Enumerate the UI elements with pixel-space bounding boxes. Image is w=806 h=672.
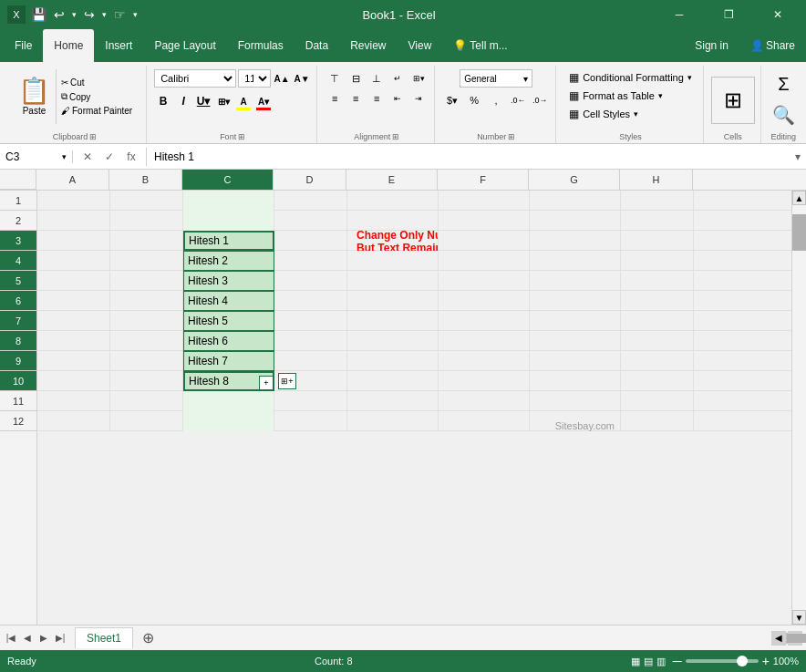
cell-B12[interactable] <box>110 411 183 431</box>
cell-A5[interactable] <box>37 271 110 291</box>
zoom-in-btn[interactable]: + <box>762 654 770 668</box>
autofill-handle[interactable]: + <box>259 376 274 390</box>
cell-F1[interactable] <box>439 191 530 211</box>
cell-D4[interactable] <box>274 251 347 271</box>
save-btn[interactable]: 💾 <box>29 5 48 24</box>
cells-icon-btn[interactable]: ⊞ <box>711 77 755 124</box>
decrease-indent-btn[interactable]: ⇤ <box>388 89 408 108</box>
cell-E6[interactable] <box>347 291 439 311</box>
row-header-2[interactable]: 2 <box>0 211 36 231</box>
redo-dropdown[interactable]: ▾ <box>100 8 108 21</box>
copy-button[interactable]: ⧉Copy <box>58 90 135 103</box>
tab-tell-me[interactable]: 💡 Tell m... <box>442 29 518 62</box>
cell-C3[interactable]: Hitesh 1 <box>183 231 274 251</box>
page-break-view-btn[interactable]: ▥ <box>656 656 666 667</box>
cell-A3[interactable] <box>37 231 110 251</box>
cell-D10[interactable]: ⊞+ <box>274 371 347 391</box>
cell-C12[interactable] <box>183 411 274 431</box>
cell-G3[interactable] <box>530 231 621 251</box>
col-header-F[interactable]: F <box>438 170 529 190</box>
scroll-track[interactable] <box>792 205 806 610</box>
cell-H11[interactable] <box>621 391 694 411</box>
row-header-7[interactable]: 7 <box>0 311 36 331</box>
comma-btn[interactable]: , <box>486 91 506 109</box>
sheet-nav-prev[interactable]: ◀ <box>20 631 35 646</box>
cell-C6[interactable]: Hitesh 4 <box>183 291 274 311</box>
border-button[interactable]: ⊞▾ <box>214 92 232 110</box>
col-header-E[interactable]: E <box>346 170 438 190</box>
cell-E8[interactable] <box>347 331 439 351</box>
increase-indent-btn[interactable]: ⇥ <box>408 89 429 108</box>
select-all-btn[interactable] <box>0 170 36 190</box>
formula-cancel-btn[interactable]: ✕ <box>78 148 97 166</box>
cell-E4[interactable] <box>347 251 439 271</box>
insert-function-btn[interactable]: fx <box>122 148 140 166</box>
normal-view-btn[interactable]: ▦ <box>631 656 640 667</box>
cell-D1[interactable] <box>274 191 347 211</box>
vertical-scrollbar[interactable]: ▲ ▼ <box>791 191 806 625</box>
cell-D9[interactable] <box>274 351 347 371</box>
cell-D11[interactable] <box>274 391 347 411</box>
cell-H10[interactable] <box>621 371 694 391</box>
cell-F4[interactable] <box>439 251 530 271</box>
cell-H12[interactable] <box>621 411 694 431</box>
cell-F3[interactable] <box>439 231 530 251</box>
align-center-btn[interactable]: ≡ <box>346 89 366 108</box>
merge-btn[interactable]: ⊞▾ <box>408 69 429 88</box>
cell-E3[interactable]: ⬅ Change Only Number But Text Remain Sam… <box>347 231 439 251</box>
tab-view[interactable]: View <box>398 29 443 62</box>
row-header-12[interactable]: 12 <box>0 411 36 431</box>
row-header-3[interactable]: 3 <box>0 231 36 251</box>
cell-B4[interactable] <box>110 251 183 271</box>
cell-H7[interactable] <box>621 311 694 331</box>
fill-color-button[interactable]: A <box>234 92 253 110</box>
currency-btn[interactable]: $▾ <box>442 91 462 109</box>
h-scroll-left-btn[interactable]: ◀ <box>771 631 786 646</box>
decrease-font-btn[interactable]: A▼ <box>293 69 311 88</box>
cell-B2[interactable] <box>110 211 183 231</box>
italic-button[interactable]: I <box>174 92 192 110</box>
col-header-C[interactable]: C <box>182 170 274 190</box>
cell-G11[interactable] <box>530 391 621 411</box>
font-color-button[interactable]: A▾ <box>254 92 273 110</box>
cell-H1[interactable] <box>621 191 694 211</box>
cell-C8[interactable]: Hitesh 6 <box>183 331 274 351</box>
cell-F12[interactable] <box>439 411 530 431</box>
cell-H6[interactable] <box>621 291 694 311</box>
cell-E2[interactable] <box>347 211 439 231</box>
cell-D5[interactable] <box>274 271 347 291</box>
row-header-9[interactable]: 9 <box>0 351 36 371</box>
cell-C10[interactable]: Hitesh 8 + <box>183 371 274 391</box>
h-scroll-thumb[interactable] <box>787 634 806 643</box>
cell-G7[interactable] <box>530 311 621 331</box>
increase-decimal-btn[interactable]: .0→ <box>530 91 550 109</box>
cell-E7[interactable] <box>347 311 439 331</box>
paste-options-icon[interactable]: ⊞+ <box>278 373 296 389</box>
tab-insert[interactable]: Insert <box>94 29 143 62</box>
cell-A10[interactable] <box>37 371 110 391</box>
add-sheet-button[interactable]: ⊕ <box>137 627 159 649</box>
cell-D7[interactable] <box>274 311 347 331</box>
touch-dropdown[interactable]: ▾ <box>131 8 140 21</box>
redo-btn[interactable]: ↪ <box>82 5 97 24</box>
percent-btn[interactable]: % <box>464 91 484 109</box>
cell-F6[interactable] <box>439 291 530 311</box>
scroll-up-btn[interactable]: ▲ <box>792 191 806 205</box>
cell-F10[interactable] <box>439 371 530 391</box>
row-header-8[interactable]: 8 <box>0 331 36 351</box>
cell-C11[interactable] <box>183 391 274 411</box>
font-family-select[interactable]: Calibri <box>154 69 236 88</box>
cell-B5[interactable] <box>110 271 183 291</box>
conditional-formatting-button[interactable]: ▦ Conditional Formatting ▾ <box>563 69 698 86</box>
cell-G5[interactable] <box>530 271 621 291</box>
cell-A12[interactable] <box>37 411 110 431</box>
sheet-nav-last[interactable]: ▶| <box>53 631 67 646</box>
cell-G10[interactable] <box>530 371 621 391</box>
tab-file[interactable]: File <box>4 29 43 62</box>
share-btn[interactable]: 👤 Share <box>739 29 806 62</box>
cell-reference-box[interactable]: C3 ▾ <box>0 150 73 163</box>
page-layout-view-btn[interactable]: ▤ <box>644 656 653 667</box>
bold-button[interactable]: B <box>154 92 172 110</box>
undo-btn[interactable]: ↩ <box>52 5 67 24</box>
cell-B8[interactable] <box>110 331 183 351</box>
